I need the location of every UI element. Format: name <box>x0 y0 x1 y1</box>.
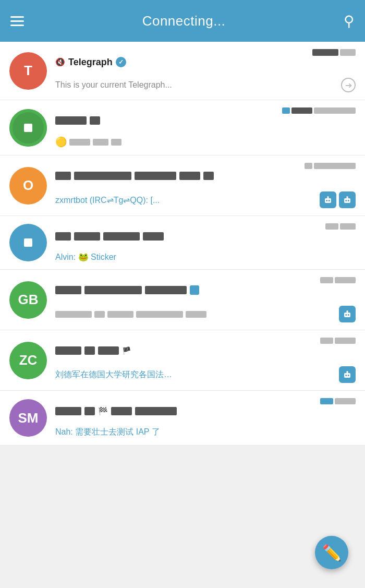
list-item[interactable]: ZC 🏴 刘德军在德国大学研究各国法… <box>0 330 365 391</box>
chat-preview: 刘德军在德国大学研究各国法… <box>55 369 172 380</box>
bot-icon <box>339 366 356 383</box>
hamburger-menu[interactable] <box>10 16 24 26</box>
chat-content: Alvin: 🐸 Sticker <box>55 223 356 262</box>
avatar-icon <box>24 124 32 132</box>
svg-rect-7 <box>347 196 348 198</box>
sender-name: Nah: 需要壮士去测试 IAP 了 <box>55 427 160 436</box>
svg-point-13 <box>345 375 347 376</box>
svg-point-6 <box>348 200 349 201</box>
sender-name: Alvin: 🐸 Sticker <box>55 253 116 261</box>
svg-point-14 <box>348 375 349 376</box>
chat-name <box>55 285 199 295</box>
avatar-icon <box>24 238 32 247</box>
svg-point-2 <box>328 200 330 201</box>
svg-rect-0 <box>325 198 331 203</box>
name-text: Telegraph <box>68 57 113 68</box>
avatar <box>9 224 47 261</box>
list-item[interactable]: SM 🏁 Nah: 需要壮士去测 <box>0 391 365 446</box>
sender-name: zхmrtbot (IRC⇌Tg⇌QQ): [... <box>55 196 160 205</box>
chat-name: 🏁 <box>55 406 177 416</box>
page-title: Connecting... <box>142 13 226 29</box>
chat-content <box>55 277 356 322</box>
bot-icon-2 <box>339 191 356 208</box>
bot-icon <box>320 191 336 208</box>
list-item[interactable]: O zхmrtbot (IRC⇌ <box>0 155 365 216</box>
svg-rect-3 <box>327 196 329 198</box>
svg-rect-8 <box>344 313 350 317</box>
avatar: O <box>9 167 47 205</box>
right-section <box>314 277 356 303</box>
chat-name <box>55 116 100 125</box>
svg-point-1 <box>326 200 327 201</box>
muted-icon: 🔇 <box>55 57 65 67</box>
top-bar: Connecting... ⚲ <box>0 0 365 42</box>
chat-content: zхmrtbot (IRC⇌Tg⇌QQ): [... <box>55 163 356 208</box>
share-icon: ➔ <box>341 78 356 92</box>
avatar: SM <box>9 399 47 437</box>
chat-name <box>55 232 164 241</box>
svg-rect-11 <box>347 310 348 313</box>
right-section <box>314 223 356 249</box>
preview-row <box>55 311 339 318</box>
bot-icon <box>339 306 356 322</box>
chat-content: 🟡 <box>55 107 356 148</box>
svg-rect-12 <box>344 373 350 378</box>
verified-badge: ✓ <box>116 57 126 67</box>
time-area <box>312 49 356 56</box>
list-item[interactable]: T 🔇 Telegraph ✓ This is your current Tel… <box>0 42 365 100</box>
chat-name: 🔇 Telegraph ✓ <box>55 57 126 68</box>
right-section <box>312 49 356 75</box>
preview-items: 🟡 <box>55 136 121 148</box>
svg-point-9 <box>345 314 347 316</box>
search-button[interactable]: ⚲ <box>344 13 355 30</box>
svg-rect-15 <box>347 371 348 373</box>
compose-fab[interactable]: ✏️ <box>315 536 348 569</box>
avatar: ZC <box>9 342 47 379</box>
right-section <box>314 338 356 364</box>
compose-icon: ✏️ <box>322 544 342 562</box>
list-item[interactable]: GB <box>0 270 365 330</box>
chat-content: 🔇 Telegraph ✓ This is your current Teleg… <box>55 49 356 92</box>
avatar: GB <box>9 281 47 319</box>
chat-list: T 🔇 Telegraph ✓ This is your current Tel… <box>0 42 365 446</box>
status-area <box>320 191 356 208</box>
right-section <box>282 107 356 134</box>
chat-content: 🏴 刘德军在德国大学研究各国法… <box>55 338 356 383</box>
svg-point-5 <box>345 200 347 201</box>
chat-name: 🏴 <box>55 346 131 355</box>
chat-content: 🏁 Nah: 需要壮士去测试 IAP 了 <box>55 398 356 438</box>
right-section <box>305 163 356 189</box>
chat-name <box>55 172 214 180</box>
chat-preview: This is your current Telegraph... <box>55 80 172 90</box>
list-item[interactable]: 🟡 <box>0 100 365 155</box>
right-section <box>314 398 356 424</box>
svg-rect-4 <box>344 198 350 203</box>
chat-preview: Alvin: 🐸 Sticker <box>55 252 116 262</box>
avatar: T <box>9 52 47 90</box>
list-item[interactable]: Alvin: 🐸 Sticker <box>0 216 365 270</box>
avatar <box>9 109 47 147</box>
chat-preview: Nah: 需要壮士去测试 IAP 了 <box>55 427 160 438</box>
chat-preview: zхmrtbot (IRC⇌Tg⇌QQ): [... <box>55 195 160 205</box>
svg-point-10 <box>348 314 349 316</box>
